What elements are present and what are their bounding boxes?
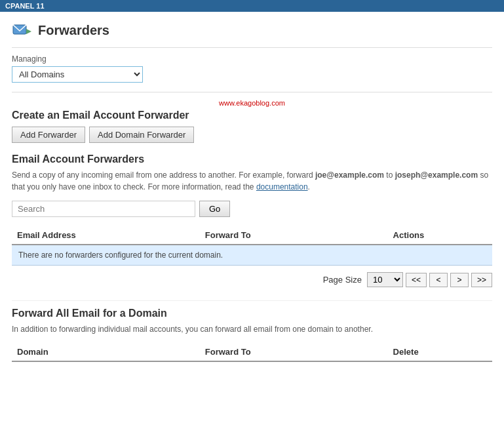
main-content: Forwarders Managing All Domains www.ekag… xyxy=(0,12,504,370)
create-section-title: Create an Email Account Forwarder xyxy=(12,110,492,121)
email-forwarders-desc: Send a copy of any incoming email from o… xyxy=(12,169,492,193)
search-input[interactable] xyxy=(12,201,195,217)
divider-1 xyxy=(12,92,492,92)
watermark: www.ekagoblog.com xyxy=(12,99,492,107)
add-forwarder-button[interactable]: Add Forwarder xyxy=(12,127,85,143)
domain-col-forward-to: Forward To xyxy=(205,347,393,357)
domain-col-domain: Domain xyxy=(17,347,205,357)
managing-label: Managing xyxy=(12,54,492,64)
domain-section: Forward All Email for a Domain In additi… xyxy=(12,300,492,362)
desc-text-1: Send a copy of any incoming email from o… xyxy=(12,170,315,180)
domain-col-delete: Delete xyxy=(393,347,487,357)
search-row: Go xyxy=(12,201,492,217)
col-actions: Actions xyxy=(393,230,487,240)
email-forwarders-table: Email Address Forward To Actions There a… xyxy=(12,226,492,266)
documentation-link[interactable]: documentation xyxy=(256,182,308,191)
last-page-button[interactable]: >> xyxy=(471,273,492,287)
svg-marker-1 xyxy=(26,29,31,34)
prev-page-button[interactable]: < xyxy=(429,273,448,287)
desc-bold-2: joseph@example.com xyxy=(395,170,478,180)
managing-section: Managing All Domains xyxy=(12,54,492,83)
col-forward-to: Forward To xyxy=(205,230,393,240)
create-buttons: Add Forwarder Add Domain Forwarder xyxy=(12,127,492,143)
domain-section-title: Forward All Email for a Domain xyxy=(12,308,492,319)
pagination-row: Page Size 10 25 50 100 << < > >> xyxy=(12,272,492,287)
top-bar: CPANEL 11 xyxy=(0,0,504,12)
email-forwarders-title: Email Account Forwarders xyxy=(12,153,492,165)
managing-select[interactable]: All Domains xyxy=(12,66,143,83)
desc-text-2: to xyxy=(384,170,395,180)
domain-section-desc: In addition to forwarding individual mai… xyxy=(12,323,492,335)
desc-bold-1: joe@example.com xyxy=(315,170,384,180)
domain-table-header: Domain Forward To Delete xyxy=(12,343,492,362)
col-email-address: Email Address xyxy=(17,230,205,240)
table-empty-message: There are no forwarders configured for t… xyxy=(12,245,492,266)
go-button[interactable]: Go xyxy=(199,201,230,217)
add-domain-forwarder-button[interactable]: Add Domain Forwarder xyxy=(89,127,194,143)
page-size-select[interactable]: 10 25 50 100 xyxy=(367,272,403,287)
table-header-row: Email Address Forward To Actions xyxy=(12,226,492,245)
page-size-label: Page Size xyxy=(323,275,362,285)
next-page-button[interactable]: > xyxy=(450,273,469,287)
page-title: Forwarders xyxy=(38,23,109,38)
cpanel-label: CPANEL 11 xyxy=(5,2,45,10)
page-header: Forwarders xyxy=(12,20,492,48)
forwarders-icon xyxy=(12,20,33,41)
desc-text-4: . xyxy=(308,182,310,191)
first-page-button[interactable]: << xyxy=(406,273,427,287)
